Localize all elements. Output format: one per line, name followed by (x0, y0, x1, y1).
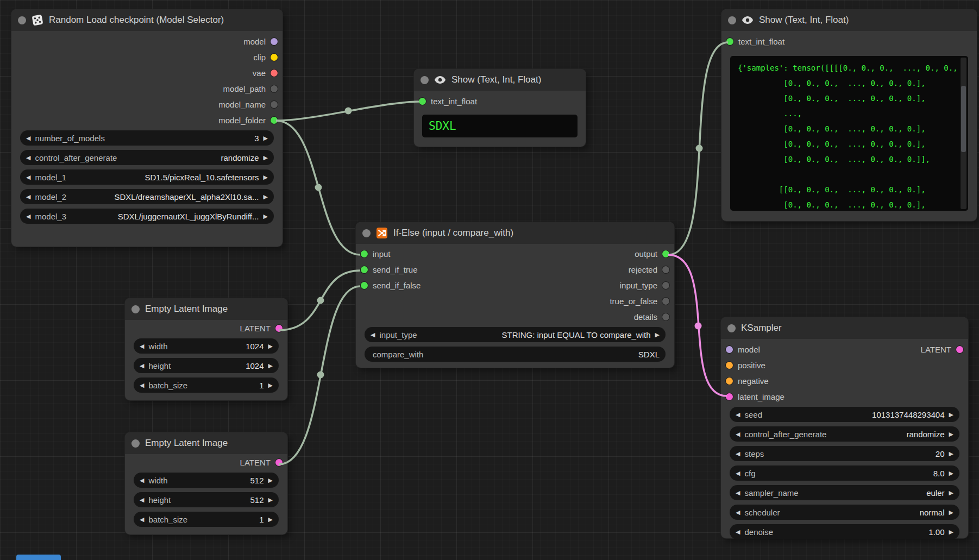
increment-arrow-icon[interactable]: ▶ (949, 470, 953, 476)
increment-arrow-icon[interactable]: ▶ (949, 412, 953, 418)
node-titlebar[interactable]: Empty Latent Image (125, 298, 287, 320)
decrement-arrow-icon[interactable]: ◀ (26, 194, 30, 200)
collapse-dot[interactable] (362, 229, 371, 237)
port-dot[interactable] (271, 54, 278, 61)
port-dot[interactable] (956, 346, 963, 353)
decrement-arrow-icon[interactable]: ◀ (736, 451, 740, 457)
decrement-arrow-icon[interactable]: ◀ (736, 509, 740, 515)
increment-arrow-icon[interactable]: ▶ (263, 174, 268, 180)
decrement-arrow-icon[interactable]: ◀ (140, 477, 144, 483)
widget-number-of-models[interactable]: ◀ number_of_models 3 ▶ (20, 130, 274, 146)
decrement-arrow-icon[interactable]: ◀ (736, 431, 740, 437)
widget-model-3[interactable]: ◀ model_3 SDXL/juggernautXL_juggXlByRund… (20, 209, 274, 224)
decrement-arrow-icon[interactable]: ◀ (26, 155, 30, 161)
node-if-else[interactable]: If-Else (input / compare_with) input sen… (356, 222, 674, 368)
collapse-dot[interactable] (421, 76, 429, 84)
increment-arrow-icon[interactable]: ▶ (263, 155, 268, 161)
widget-model-2[interactable]: ◀ model_2 SDXL/dreamshaperXL_alpha2Xl10.… (20, 189, 274, 204)
collapse-dot[interactable] (728, 16, 736, 24)
node-titlebar[interactable]: Random Load checkpoint (Model Selector) (11, 9, 283, 31)
increment-arrow-icon[interactable]: ▶ (655, 332, 660, 338)
node-titlebar[interactable]: Show (Text, Int, Float) (414, 69, 586, 91)
increment-arrow-icon[interactable]: ▶ (263, 194, 268, 200)
port-dot[interactable] (726, 346, 733, 353)
increment-arrow-icon[interactable]: ▶ (949, 431, 953, 437)
port-dot[interactable] (271, 70, 278, 77)
node-titlebar[interactable]: KSampler (721, 317, 968, 339)
decrement-arrow-icon[interactable]: ◀ (140, 497, 144, 503)
widget-width[interactable]: ◀ width 1024 ▶ (134, 338, 279, 354)
tensor-display[interactable]: {'samples': tensor([[[[0., 0., 0., ..., … (730, 56, 968, 211)
port-dot[interactable] (361, 266, 368, 273)
decrement-arrow-icon[interactable]: ◀ (140, 517, 144, 523)
decrement-arrow-icon[interactable]: ◀ (140, 382, 144, 388)
widget-scheduler[interactable]: ◀ scheduler normal ▶ (730, 505, 959, 520)
port-dot[interactable] (662, 298, 669, 305)
scrollbar-thumb[interactable] (961, 86, 966, 152)
decrement-arrow-icon[interactable]: ◀ (736, 490, 740, 496)
widget-batch-size[interactable]: ◀ batch_size 1 ▶ (134, 512, 279, 527)
port-dot[interactable] (726, 393, 733, 400)
decrement-arrow-icon[interactable]: ◀ (736, 412, 740, 418)
widget-height[interactable]: ◀ height 512 ▶ (134, 492, 279, 507)
widget-denoise[interactable]: ◀ denoise 1.00 ▶ (730, 524, 959, 539)
decrement-arrow-icon[interactable]: ◀ (26, 135, 30, 141)
decrement-arrow-icon[interactable]: ◀ (26, 213, 30, 219)
port-dot[interactable] (275, 325, 283, 332)
increment-arrow-icon[interactable]: ▶ (949, 529, 953, 535)
port-dot[interactable] (361, 250, 368, 257)
widget-compare-with[interactable]: compare_with SDXL (365, 347, 666, 362)
port-dot[interactable] (726, 377, 733, 385)
decrement-arrow-icon[interactable]: ◀ (736, 529, 740, 535)
port-dot[interactable] (271, 117, 278, 124)
node-show-text-large[interactable]: Show (Text, Int, Float) text_int_float {… (721, 9, 977, 221)
scrollbar[interactable] (961, 58, 967, 209)
port-dot[interactable] (271, 38, 278, 45)
comfyui-canvas[interactable]: { "icons": { "arrow_left": "\u25C0", "ar… (0, 0, 979, 560)
port-dot[interactable] (419, 98, 426, 105)
increment-arrow-icon[interactable]: ▶ (949, 509, 953, 515)
port-dot[interactable] (662, 313, 669, 320)
widget-cfg[interactable]: ◀ cfg 8.0 ▶ (730, 465, 959, 481)
node-titlebar[interactable]: Show (Text, Int, Float) (721, 9, 977, 31)
node-titlebar[interactable]: If-Else (input / compare_with) (356, 222, 674, 244)
port-dot[interactable] (275, 459, 283, 466)
node-ksampler[interactable]: KSampler model LATENT positive negative … (721, 317, 968, 538)
decrement-arrow-icon[interactable]: ◀ (26, 174, 30, 180)
collapse-dot[interactable] (131, 439, 140, 448)
increment-arrow-icon[interactable]: ▶ (949, 451, 953, 457)
decrement-arrow-icon[interactable]: ◀ (140, 363, 144, 369)
node-empty-latent-512[interactable]: Empty Latent Image LATENT ◀ width 512 ▶ … (125, 432, 287, 534)
increment-arrow-icon[interactable]: ▶ (268, 343, 273, 349)
increment-arrow-icon[interactable]: ▶ (268, 497, 273, 503)
decrement-arrow-icon[interactable]: ◀ (736, 470, 740, 476)
decrement-arrow-icon[interactable]: ◀ (140, 343, 144, 349)
increment-arrow-icon[interactable]: ▶ (268, 517, 273, 523)
node-titlebar[interactable]: Empty Latent Image (125, 432, 287, 454)
node-random-load-checkpoint[interactable]: Random Load checkpoint (Model Selector) … (11, 9, 283, 247)
increment-arrow-icon[interactable]: ▶ (268, 382, 273, 388)
increment-arrow-icon[interactable]: ▶ (263, 135, 268, 141)
decrement-arrow-icon[interactable]: ◀ (371, 332, 375, 338)
increment-arrow-icon[interactable]: ▶ (949, 490, 953, 496)
collapse-dot[interactable] (18, 16, 26, 24)
widget-control-after-generate[interactable]: ◀ control_after_generate randomize ▶ (730, 426, 959, 442)
widget-seed[interactable]: ◀ seed 1013137448293404 ▶ (730, 407, 959, 422)
collapse-dot[interactable] (727, 324, 736, 332)
widget-batch-size[interactable]: ◀ batch_size 1 ▶ (134, 377, 279, 393)
widget-width[interactable]: ◀ width 512 ▶ (134, 473, 279, 488)
widget-control-after-generate[interactable]: ◀ control_after_generate randomize ▶ (20, 150, 274, 165)
node-empty-latent-1024[interactable]: Empty Latent Image LATENT ◀ width 1024 ▶… (125, 298, 287, 400)
widget-height[interactable]: ◀ height 1024 ▶ (134, 358, 279, 373)
port-dot[interactable] (662, 250, 669, 257)
port-dot[interactable] (271, 101, 278, 108)
collapse-dot[interactable] (131, 305, 140, 313)
widget-input-type[interactable]: ◀ input_type STRING: input EQUAL TO comp… (365, 327, 666, 342)
offscreen-node-fragment[interactable] (16, 555, 61, 560)
widget-model-1[interactable]: ◀ model_1 SD1.5/picxReal_10.safetensors … (20, 169, 274, 185)
port-dot[interactable] (662, 282, 669, 289)
port-dot[interactable] (271, 85, 278, 92)
port-dot[interactable] (361, 282, 368, 289)
widget-steps[interactable]: ◀ steps 20 ▶ (730, 446, 959, 461)
widget-sampler-name[interactable]: ◀ sampler_name euler ▶ (730, 485, 959, 500)
